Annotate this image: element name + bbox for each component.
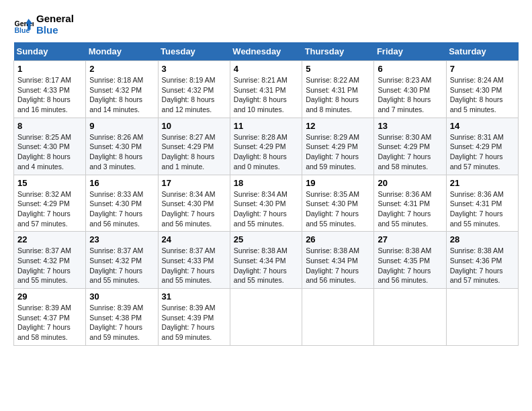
day-number: 16 [89, 178, 154, 188]
table-row: 29 Sunrise: 8:39 AMSunset: 4:37 PMDaylig… [14, 289, 86, 346]
table-row: 17 Sunrise: 8:34 AMSunset: 4:30 PMDaylig… [158, 175, 230, 232]
table-row: 22 Sunrise: 8:37 AMSunset: 4:32 PMDaylig… [14, 232, 86, 289]
header-sunday: Sunday [14, 42, 86, 61]
day-number: 31 [162, 291, 226, 302]
day-info: Sunrise: 8:36 AMSunset: 4:31 PMDaylight:… [450, 189, 515, 229]
table-row: 26 Sunrise: 8:38 AMSunset: 4:34 PMDaylig… [302, 232, 374, 289]
table-row: 3 Sunrise: 8:19 AMSunset: 4:32 PMDayligh… [158, 61, 230, 118]
calendar-table: Sunday Monday Tuesday Wednesday Thursday… [13, 42, 519, 346]
table-row: 7 Sunrise: 8:24 AMSunset: 4:30 PMDayligh… [446, 61, 518, 118]
empty-cell [302, 289, 374, 346]
day-number: 25 [234, 234, 298, 244]
day-info: Sunrise: 8:38 AMSunset: 4:34 PMDaylight:… [234, 246, 298, 285]
table-row: 30 Sunrise: 8:39 AMSunset: 4:38 PMDaylig… [86, 289, 158, 346]
day-info: Sunrise: 8:37 AMSunset: 4:32 PMDaylight:… [17, 246, 82, 285]
table-row: 25 Sunrise: 8:38 AMSunset: 4:34 PMDaylig… [230, 232, 302, 289]
day-info: Sunrise: 8:38 AMSunset: 4:34 PMDaylight:… [306, 246, 370, 285]
header-tuesday: Tuesday [158, 42, 230, 61]
table-row: 1 Sunrise: 8:17 AMSunset: 4:33 PMDayligh… [14, 61, 86, 118]
day-number: 9 [89, 121, 154, 131]
day-info: Sunrise: 8:38 AMSunset: 4:35 PMDaylight:… [378, 246, 442, 285]
day-info: Sunrise: 8:22 AMSunset: 4:31 PMDaylight:… [306, 75, 370, 115]
day-number: 18 [234, 178, 298, 188]
table-row: 9 Sunrise: 8:26 AMSunset: 4:30 PMDayligh… [86, 118, 158, 175]
table-row: 31 Sunrise: 8:39 AMSunset: 4:39 PMDaylig… [158, 289, 230, 346]
table-row: 15 Sunrise: 8:32 AMSunset: 4:29 PMDaylig… [14, 175, 86, 232]
day-number: 28 [450, 234, 515, 244]
table-row: 11 Sunrise: 8:28 AMSunset: 4:29 PMDaylig… [230, 118, 302, 175]
day-info: Sunrise: 8:34 AMSunset: 4:30 PMDaylight:… [162, 189, 226, 229]
table-row: 21 Sunrise: 8:36 AMSunset: 4:31 PMDaylig… [446, 175, 518, 232]
calendar-header-row: Sunday Monday Tuesday Wednesday Thursday… [14, 42, 519, 61]
table-row: 24 Sunrise: 8:37 AMSunset: 4:33 PMDaylig… [158, 232, 230, 289]
day-info: Sunrise: 8:32 AMSunset: 4:29 PMDaylight:… [17, 189, 82, 229]
header-friday: Friday [374, 42, 446, 61]
empty-cell [230, 289, 302, 346]
header-thursday: Thursday [302, 42, 374, 61]
day-info: Sunrise: 8:18 AMSunset: 4:32 PMDaylight:… [89, 75, 154, 115]
logo-icon: General Blue [13, 15, 34, 35]
day-info: Sunrise: 8:39 AMSunset: 4:38 PMDaylight:… [89, 303, 154, 342]
day-info: Sunrise: 8:39 AMSunset: 4:37 PMDaylight:… [17, 303, 82, 342]
day-number: 21 [450, 178, 515, 188]
table-row: 5 Sunrise: 8:22 AMSunset: 4:31 PMDayligh… [302, 61, 374, 118]
day-number: 19 [306, 178, 370, 188]
day-info: Sunrise: 8:38 AMSunset: 4:36 PMDaylight:… [450, 246, 515, 285]
day-info: Sunrise: 8:24 AMSunset: 4:30 PMDaylight:… [450, 75, 515, 115]
day-info: Sunrise: 8:37 AMSunset: 4:32 PMDaylight:… [89, 246, 154, 285]
table-row: 13 Sunrise: 8:30 AMSunset: 4:29 PMDaylig… [374, 118, 446, 175]
day-number: 24 [162, 234, 226, 244]
table-row: 2 Sunrise: 8:18 AMSunset: 4:32 PMDayligh… [86, 61, 158, 118]
day-number: 30 [89, 291, 154, 302]
empty-cell [374, 289, 446, 346]
day-info: Sunrise: 8:21 AMSunset: 4:31 PMDaylight:… [234, 75, 298, 115]
day-info: Sunrise: 8:27 AMSunset: 4:29 PMDaylight:… [162, 132, 226, 172]
logo: General Blue General Blue [13, 13, 74, 36]
empty-cell [446, 289, 518, 346]
day-number: 14 [450, 121, 515, 131]
page-header: General Blue General Blue [13, 13, 519, 36]
day-number: 29 [17, 291, 82, 302]
day-info: Sunrise: 8:35 AMSunset: 4:30 PMDaylight:… [306, 189, 370, 229]
table-row: 4 Sunrise: 8:21 AMSunset: 4:31 PMDayligh… [230, 61, 302, 118]
day-info: Sunrise: 8:25 AMSunset: 4:30 PMDaylight:… [17, 132, 82, 172]
day-number: 7 [450, 64, 515, 74]
day-number: 22 [17, 234, 82, 244]
day-info: Sunrise: 8:19 AMSunset: 4:32 PMDaylight:… [162, 75, 226, 115]
day-number: 6 [378, 64, 442, 74]
header-saturday: Saturday [446, 42, 518, 61]
day-number: 11 [234, 121, 298, 131]
table-row: 19 Sunrise: 8:35 AMSunset: 4:30 PMDaylig… [302, 175, 374, 232]
day-info: Sunrise: 8:33 AMSunset: 4:30 PMDaylight:… [89, 189, 154, 229]
table-row: 20 Sunrise: 8:36 AMSunset: 4:31 PMDaylig… [374, 175, 446, 232]
table-row: 28 Sunrise: 8:38 AMSunset: 4:36 PMDaylig… [446, 232, 518, 289]
day-number: 20 [378, 178, 442, 188]
table-row: 16 Sunrise: 8:33 AMSunset: 4:30 PMDaylig… [86, 175, 158, 232]
day-number: 1 [17, 64, 82, 74]
day-info: Sunrise: 8:34 AMSunset: 4:30 PMDaylight:… [234, 189, 298, 229]
table-row: 8 Sunrise: 8:25 AMSunset: 4:30 PMDayligh… [14, 118, 86, 175]
day-info: Sunrise: 8:39 AMSunset: 4:39 PMDaylight:… [162, 303, 226, 342]
day-number: 13 [378, 121, 442, 131]
day-number: 12 [306, 121, 370, 131]
table-row: 12 Sunrise: 8:29 AMSunset: 4:29 PMDaylig… [302, 118, 374, 175]
table-row: 10 Sunrise: 8:27 AMSunset: 4:29 PMDaylig… [158, 118, 230, 175]
day-number: 8 [17, 121, 82, 131]
day-number: 27 [378, 234, 442, 244]
day-info: Sunrise: 8:23 AMSunset: 4:30 PMDaylight:… [378, 75, 442, 115]
day-info: Sunrise: 8:26 AMSunset: 4:30 PMDaylight:… [89, 132, 154, 172]
day-number: 17 [162, 178, 226, 188]
table-row: 18 Sunrise: 8:34 AMSunset: 4:30 PMDaylig… [230, 175, 302, 232]
day-number: 5 [306, 64, 370, 74]
table-row: 23 Sunrise: 8:37 AMSunset: 4:32 PMDaylig… [86, 232, 158, 289]
table-row: 14 Sunrise: 8:31 AMSunset: 4:29 PMDaylig… [446, 118, 518, 175]
svg-text:Blue: Blue [15, 26, 30, 34]
header-monday: Monday [86, 42, 158, 61]
day-number: 3 [162, 64, 226, 74]
day-number: 26 [306, 234, 370, 244]
day-info: Sunrise: 8:37 AMSunset: 4:33 PMDaylight:… [162, 246, 226, 285]
day-info: Sunrise: 8:36 AMSunset: 4:31 PMDaylight:… [378, 189, 442, 229]
day-info: Sunrise: 8:28 AMSunset: 4:29 PMDaylight:… [234, 132, 298, 172]
day-info: Sunrise: 8:31 AMSunset: 4:29 PMDaylight:… [450, 132, 515, 172]
day-info: Sunrise: 8:30 AMSunset: 4:29 PMDaylight:… [378, 132, 442, 172]
